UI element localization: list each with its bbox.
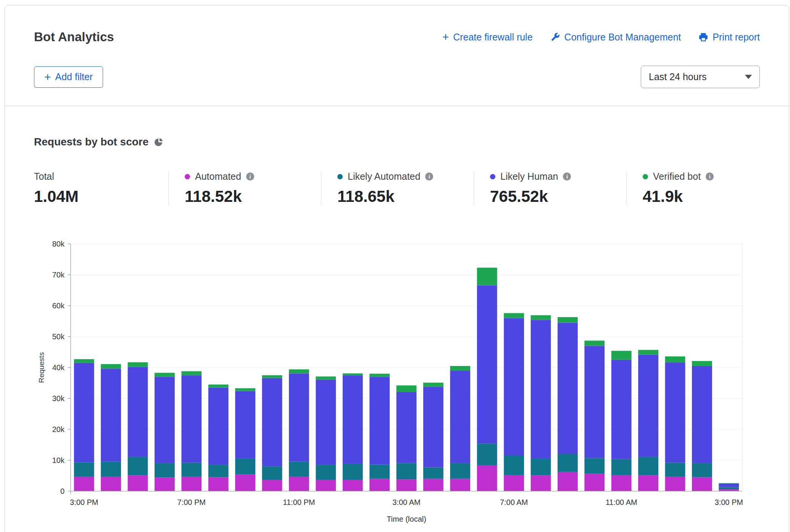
bar-segment-automated xyxy=(316,480,336,491)
plus-icon: + xyxy=(442,31,449,43)
bar-segment-verified-bot xyxy=(262,375,282,378)
time-range-dropdown[interactable]: Last 24 hours xyxy=(641,66,760,88)
x-tick-label: 3:00 AM xyxy=(392,498,420,506)
bar-segment-likely-human xyxy=(692,366,712,463)
bar-segment-verified-bot xyxy=(74,359,94,363)
bar-segment-verified-bot xyxy=(450,366,470,371)
stat-likely-human: Likely Human i 765.52k xyxy=(474,171,626,206)
bar-segment-likely-automated xyxy=(289,461,309,477)
bar-segment-verified-bot xyxy=(397,385,417,392)
x-tick-label: 11:00 PM xyxy=(283,498,315,506)
bar-segment-automated xyxy=(423,479,443,491)
requests-by-bot-score-chart: 010k20k30k40k50k60k70k80k3:00 PM7:00 PM1… xyxy=(34,235,748,526)
bar-segment-verified-bot xyxy=(558,317,578,323)
y-tick-label: 50k xyxy=(52,332,65,341)
bar-segment-automated xyxy=(343,480,363,491)
bar-segment-likely-automated xyxy=(504,455,524,475)
bar-segment-likely-human xyxy=(719,484,739,487)
bar-segment-automated xyxy=(638,476,658,491)
bar-segment-likely-automated xyxy=(155,463,175,477)
bar-segment-likely-automated xyxy=(665,463,685,477)
stat-verified-bot-value: 41.9k xyxy=(643,187,714,206)
bar-segment-likely-human xyxy=(235,391,255,459)
bar-segment-likely-human xyxy=(423,387,443,468)
bar-segment-automated xyxy=(235,474,255,491)
bar-segment-likely-automated xyxy=(262,466,282,480)
bar-segment-verified-bot xyxy=(584,341,605,346)
stats-row: Total 1.04M Automated i 118.52k Likely A… xyxy=(34,171,760,206)
bar-segment-likely-human xyxy=(397,392,417,463)
bar-segment-automated xyxy=(531,476,551,491)
bar-segment-verified-bot xyxy=(504,313,524,318)
bar-segment-verified-bot xyxy=(181,371,202,376)
bar-segment-automated xyxy=(504,475,524,491)
header-actions: + Create firewall rule Configure Bot Man… xyxy=(442,31,760,43)
printer-icon xyxy=(698,32,708,42)
wrench-icon xyxy=(550,32,560,42)
bar-segment-verified-bot xyxy=(719,483,739,484)
bar-segment-automated xyxy=(692,477,712,491)
y-tick-label: 70k xyxy=(52,271,65,279)
bar-segment-verified-bot xyxy=(235,388,255,391)
stat-total-value: 1.04M xyxy=(34,187,168,206)
y-tick-label: 10k xyxy=(52,456,65,464)
x-tick-label: 11:00 AM xyxy=(606,498,637,506)
y-tick-label: 80k xyxy=(52,240,65,248)
bar-segment-verified-bot xyxy=(423,383,443,387)
bar-segment-likely-automated xyxy=(450,463,470,479)
bar-segment-likely-automated xyxy=(558,454,578,472)
info-icon[interactable]: i xyxy=(563,172,571,181)
create-firewall-rule-link[interactable]: + Create firewall rule xyxy=(442,31,533,43)
bar-segment-verified-bot xyxy=(128,362,148,367)
bar-segment-likely-automated xyxy=(101,461,121,477)
bar-segment-likely-automated xyxy=(584,458,605,474)
bar-segment-automated xyxy=(369,479,390,491)
bar-segment-likely-automated xyxy=(397,463,417,479)
header-row: Bot Analytics + Create firewall rule Con… xyxy=(34,30,760,44)
stat-verified-bot-label: Verified bot xyxy=(653,171,701,182)
pie-chart-icon xyxy=(154,137,163,147)
print-report-link[interactable]: Print report xyxy=(698,32,760,43)
bar-segment-likely-automated xyxy=(208,465,229,477)
bar-segment-automated xyxy=(558,472,578,491)
y-tick-label: 60k xyxy=(52,301,65,310)
bar-segment-likely-automated xyxy=(128,457,148,476)
bar-segment-automated xyxy=(128,476,148,491)
bar-segment-likely-automated xyxy=(235,458,255,474)
bar-segment-likely-human xyxy=(450,371,470,463)
x-tick-label: 3:00 PM xyxy=(715,498,743,506)
stat-total: Total 1.04M xyxy=(34,171,168,206)
bar-segment-likely-automated xyxy=(74,463,94,477)
info-icon[interactable]: i xyxy=(246,172,254,181)
add-filter-button[interactable]: + Add filter xyxy=(34,66,103,88)
bar-segment-automated xyxy=(450,479,470,491)
bar-segment-likely-human xyxy=(531,320,551,459)
bar-segment-likely-human xyxy=(584,346,605,458)
bar-segment-likely-human xyxy=(74,363,94,463)
card-header: Bot Analytics + Create firewall rule Con… xyxy=(5,5,789,106)
bar-segment-verified-bot xyxy=(343,373,363,375)
bar-segment-likely-human xyxy=(289,373,309,461)
bar-segment-verified-bot xyxy=(155,373,175,377)
print-report-label: Print report xyxy=(713,32,760,43)
y-axis-title: Requests xyxy=(37,352,45,383)
bar-segment-verified-bot xyxy=(208,385,229,388)
bar-segment-likely-automated xyxy=(343,464,363,480)
stat-verified-bot: Verified bot i 41.9k xyxy=(626,171,714,206)
bar-segment-automated xyxy=(181,477,202,491)
stat-likely-human-value: 765.52k xyxy=(490,187,626,206)
section-title-row: Requests by bot score xyxy=(34,136,760,148)
bar-segment-verified-bot xyxy=(531,315,551,320)
bar-segment-likely-human xyxy=(208,388,229,465)
y-tick-label: 40k xyxy=(52,363,65,372)
info-icon[interactable]: i xyxy=(425,172,433,181)
bar-segment-verified-bot xyxy=(316,376,336,379)
section-title: Requests by bot score xyxy=(34,136,148,148)
bar-segment-automated xyxy=(101,477,121,491)
configure-bot-management-link[interactable]: Configure Bot Management xyxy=(550,32,681,43)
bar-segment-likely-automated xyxy=(638,457,658,476)
info-icon[interactable]: i xyxy=(706,172,714,181)
bar-segment-likely-automated xyxy=(316,465,336,480)
bar-segment-likely-human xyxy=(316,380,336,465)
bar-segment-automated xyxy=(477,465,497,491)
